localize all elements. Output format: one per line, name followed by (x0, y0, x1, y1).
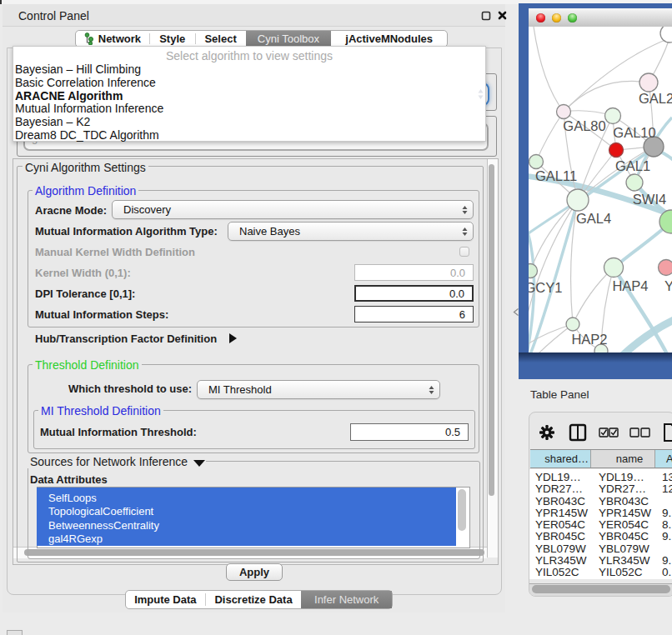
svg-text:GAL1: GAL1 (615, 158, 650, 173)
svg-text:GCY1: GCY1 (529, 280, 562, 295)
svg-text:GAL4: GAL4 (576, 211, 611, 226)
svg-text:YM: YM (664, 278, 672, 293)
svg-text:HAP4: HAP4 (612, 278, 648, 293)
svg-text:HAP2: HAP2 (571, 332, 607, 347)
svg-text:GAL11: GAL11 (535, 168, 577, 183)
svg-text:GAL80: GAL80 (563, 118, 605, 133)
svg-text:SWI4: SWI4 (633, 192, 666, 207)
svg-text:GAL2: GAL2 (639, 91, 672, 106)
svg-text:GAL10: GAL10 (613, 125, 655, 140)
